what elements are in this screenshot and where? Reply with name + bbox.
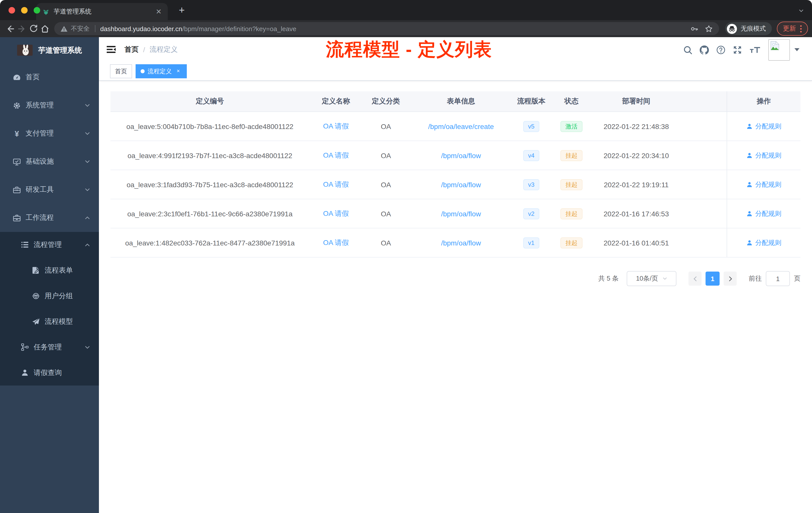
page-number-button[interactable]: 1 [705, 272, 720, 285]
sidebar-item-workflow[interactable]: 工作流程 [0, 204, 99, 232]
col-definition-category: 定义分类 [362, 97, 409, 106]
tree-icon [21, 343, 29, 351]
user-icon [21, 368, 29, 377]
deploy-time: 2022-01-22 19:19:11 [593, 180, 679, 188]
breadcrumb: 首页 / 流程定义 [124, 45, 178, 54]
fullscreen-icon[interactable] [733, 45, 742, 55]
tab-search-chevron-icon[interactable] [799, 8, 804, 13]
definition-category: OA [362, 151, 409, 159]
tag-首页[interactable]: 首页 [110, 64, 132, 78]
window-controls [8, 7, 40, 13]
sidebar-item-process-form[interactable]: 流程表单 [0, 258, 99, 283]
minimize-window-button[interactable] [21, 7, 28, 13]
sidebar-item-label: 流程表单 [45, 266, 73, 275]
form-info-link[interactable]: /bpm/oa/flow [441, 239, 481, 247]
avatar[interactable] [768, 39, 790, 60]
sidebar-item-infra[interactable]: 基础设施 [0, 148, 99, 176]
version-tag: v1 [523, 237, 539, 248]
caret-down-icon[interactable] [794, 48, 800, 51]
back-icon[interactable] [5, 23, 16, 34]
page-size-select[interactable]: 10条/页 [627, 271, 676, 286]
sidebar-item-process-mgmt[interactable]: 流程管理 [0, 232, 99, 258]
sidebar-item-home[interactable]: 首页 [0, 63, 99, 91]
tags-view: 首页流程定义× [99, 62, 812, 81]
definition-id: oa_leave:4:991f2193-7b7f-11ec-a3c8-acde4… [111, 151, 309, 159]
broken-image-icon [769, 40, 780, 51]
tag-close-icon[interactable]: × [175, 68, 182, 75]
bookmark-star-icon[interactable] [704, 24, 713, 33]
sidebar-item-system[interactable]: 系统管理 [0, 91, 99, 119]
screen: 芋道管理系统 ✕ + 不安全 dashboard.yudao.iocoder.c… [0, 0, 812, 513]
forward-icon[interactable] [17, 23, 27, 34]
chevron-down-icon [84, 159, 90, 164]
table-row: oa_leave:5:004b710b-7b8a-11ec-8ef0-acde4… [111, 112, 801, 141]
chevron-down-icon [84, 130, 90, 137]
sidebar-item-label: 首页 [26, 73, 40, 82]
chevron-down-icon [84, 344, 90, 350]
tab-close-icon[interactable]: ✕ [155, 7, 163, 16]
sidebar-item-label: 基础设施 [26, 157, 54, 166]
app-logo-row[interactable]: 芋道管理系统 [0, 37, 99, 63]
form-info-link[interactable]: /bpm/oa/leave/create [428, 122, 494, 130]
definition-name-link[interactable]: OA 请假 [323, 151, 349, 159]
tag-流程定义[interactable]: 流程定义× [136, 64, 187, 78]
sidebar-item-payment[interactable]: ¥支付管理 [0, 119, 99, 148]
tab-title: 芋道管理系统 [54, 7, 151, 16]
sidebar-item-process-model[interactable]: 流程模型 [0, 309, 99, 334]
browser-tabstrip: 芋道管理系统 ✕ + [0, 0, 812, 20]
sidebar-item-leave-query[interactable]: 请假查询 [0, 360, 99, 386]
user-icon [746, 239, 753, 246]
definition-name-link[interactable]: OA 请假 [323, 180, 349, 188]
form-info-link[interactable]: /bpm/oa/flow [441, 151, 481, 159]
github-icon[interactable] [699, 45, 709, 55]
address-bar[interactable]: 不安全 dashboard.yudao.iocoder.cn/bpm/manag… [54, 22, 719, 35]
col-definition-id: 定义编号 [111, 97, 309, 106]
assign-rule-link[interactable]: 分配规则 [746, 238, 781, 247]
prev-page-button[interactable] [689, 272, 701, 285]
goto-page-input[interactable] [766, 271, 790, 286]
assign-rule-link[interactable]: 分配规则 [746, 122, 781, 131]
hamburger-fold-icon[interactable] [107, 45, 116, 54]
sidebar-item-devtools[interactable]: 研发工具 [0, 176, 99, 204]
status-tag: 激活 [560, 121, 582, 132]
browser-tab[interactable]: 芋道管理系统 ✕ [36, 3, 168, 20]
url-text: dashboard.yudao.iocoder.cn/bpm/manager/d… [100, 25, 686, 32]
font-size-icon[interactable] [749, 45, 761, 55]
assign-rule-link[interactable]: 分配规则 [746, 151, 781, 160]
breadcrumb-home[interactable]: 首页 [124, 45, 139, 54]
assign-rule-link[interactable]: 分配规则 [746, 209, 781, 218]
browser-update-button[interactable]: 更新 [777, 22, 808, 36]
definition-name-link[interactable]: OA 请假 [323, 209, 349, 217]
assign-rule-link[interactable]: 分配规则 [746, 180, 781, 189]
definition-name-link[interactable]: OA 请假 [323, 122, 349, 130]
kebab-menu-icon[interactable] [800, 25, 802, 32]
version-tag: v4 [523, 150, 539, 161]
sidebar-item-task-mgmt[interactable]: 任务管理 [0, 334, 99, 360]
chevron-up-icon [84, 242, 90, 248]
new-tab-button[interactable]: + [175, 3, 189, 17]
sidebar-item-user-group[interactable]: 用户分组 [0, 283, 99, 309]
browser-toolbar: 不安全 dashboard.yudao.iocoder.cn/bpm/manag… [0, 20, 812, 37]
zoom-window-button[interactable] [34, 7, 40, 13]
form-icon [32, 266, 40, 275]
incognito-icon [727, 23, 737, 34]
deploy-time: 2022-01-22 21:48:38 [593, 122, 679, 130]
next-page-button[interactable] [724, 272, 737, 285]
close-window-button[interactable] [8, 7, 15, 13]
form-info-link[interactable]: /bpm/oa/flow [441, 210, 481, 218]
table-row: oa_leave:4:991f2193-7b7f-11ec-a3c8-acde4… [111, 141, 801, 170]
goto-suffix: 页 [794, 274, 801, 283]
definition-name-link[interactable]: OA 请假 [323, 238, 349, 246]
definition-id: oa_leave:5:004b710b-7b8a-11ec-8ef0-acde4… [111, 122, 309, 130]
content: 定义编号定义名称定义分类表单信息流程版本状态部署时间操作oa_leave:5:0… [99, 81, 812, 513]
key-icon[interactable] [690, 24, 698, 33]
help-icon[interactable] [716, 45, 726, 55]
search-icon[interactable] [683, 45, 693, 55]
reload-icon[interactable] [28, 23, 39, 34]
home-icon[interactable] [40, 23, 50, 34]
user-icon [746, 181, 753, 188]
sidebar-item-label: 流程管理 [34, 240, 62, 249]
breadcrumb-current: 流程定义 [150, 45, 178, 54]
table-row: oa_leave:2:3c1f0ef1-76b1-11ec-9c66-a2380… [111, 199, 801, 229]
form-info-link[interactable]: /bpm/oa/flow [441, 180, 481, 188]
